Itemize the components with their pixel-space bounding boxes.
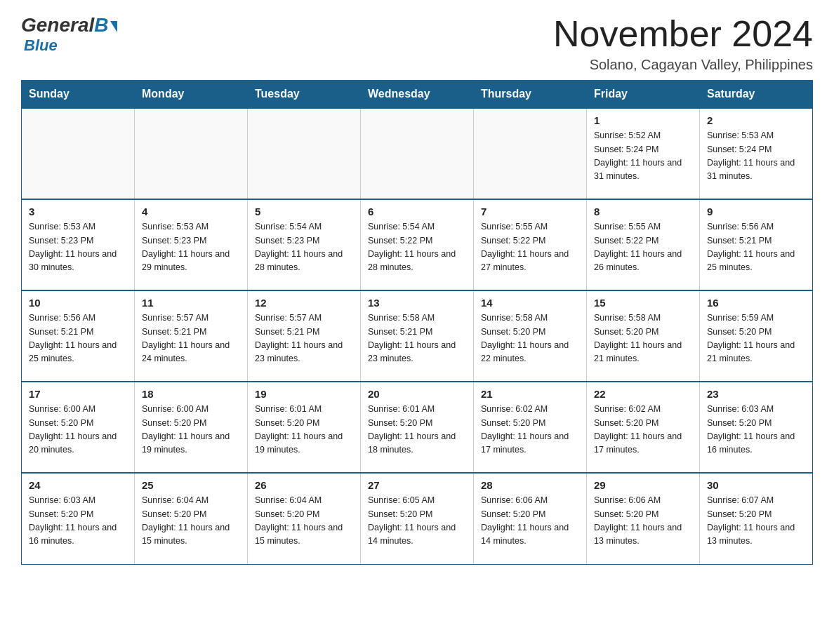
title-block: November 2024 Solano, Cagayan Valley, Ph…	[553, 14, 813, 73]
day-number: 28	[481, 479, 579, 491]
calendar-cell	[248, 108, 361, 199]
col-monday: Monday	[135, 81, 248, 109]
calendar-cell: 19 Sunrise: 6:01 AMSunset: 5:20 PMDaylig…	[248, 382, 361, 473]
day-number: 14	[481, 297, 579, 309]
calendar-cell: 27 Sunrise: 6:05 AMSunset: 5:20 PMDaylig…	[361, 473, 474, 564]
calendar-cell: 2 Sunrise: 5:53 AMSunset: 5:24 PMDayligh…	[700, 108, 813, 199]
day-info: Sunrise: 5:55 AMSunset: 5:22 PMDaylight:…	[594, 222, 682, 272]
calendar-cell: 1 Sunrise: 5:52 AMSunset: 5:24 PMDayligh…	[587, 108, 700, 199]
day-number: 16	[707, 297, 805, 309]
calendar-cell: 16 Sunrise: 5:59 AMSunset: 5:20 PMDaylig…	[700, 290, 813, 382]
page-header: General B Blue November 2024 Solano, Cag…	[21, 14, 813, 73]
location-subtitle: Solano, Cagayan Valley, Philippines	[553, 57, 813, 73]
day-info: Sunrise: 5:57 AMSunset: 5:21 PMDaylight:…	[142, 313, 230, 363]
day-number: 15	[594, 297, 692, 309]
day-info: Sunrise: 5:53 AMSunset: 5:23 PMDaylight:…	[142, 222, 230, 272]
day-info: Sunrise: 6:05 AMSunset: 5:20 PMDaylight:…	[368, 495, 456, 546]
day-info: Sunrise: 6:04 AMSunset: 5:20 PMDaylight:…	[255, 495, 343, 546]
day-info: Sunrise: 6:03 AMSunset: 5:20 PMDaylight:…	[29, 495, 117, 546]
calendar-cell: 18 Sunrise: 6:00 AMSunset: 5:20 PMDaylig…	[135, 382, 248, 473]
day-info: Sunrise: 5:56 AMSunset: 5:21 PMDaylight:…	[29, 313, 117, 363]
day-number: 2	[707, 114, 805, 126]
day-number: 6	[368, 206, 466, 217]
col-thursday: Thursday	[474, 81, 587, 109]
month-title: November 2024	[553, 14, 813, 54]
logo-blue-word: Blue	[24, 36, 58, 54]
day-info: Sunrise: 5:54 AMSunset: 5:23 PMDaylight:…	[255, 222, 343, 272]
col-wednesday: Wednesday	[361, 81, 474, 109]
day-number: 7	[481, 206, 579, 217]
logo-blue-part: B	[94, 14, 117, 36]
day-number: 13	[368, 297, 466, 309]
day-info: Sunrise: 6:06 AMSunset: 5:20 PMDaylight:…	[481, 495, 569, 546]
day-info: Sunrise: 5:58 AMSunset: 5:20 PMDaylight:…	[481, 313, 569, 363]
calendar-week-row: 17 Sunrise: 6:00 AMSunset: 5:20 PMDaylig…	[22, 382, 813, 473]
calendar-header-row: Sunday Monday Tuesday Wednesday Thursday…	[22, 81, 813, 109]
day-number: 24	[29, 479, 127, 491]
day-info: Sunrise: 5:53 AMSunset: 5:23 PMDaylight:…	[29, 222, 117, 272]
day-info: Sunrise: 5:55 AMSunset: 5:22 PMDaylight:…	[481, 222, 569, 272]
day-info: Sunrise: 5:53 AMSunset: 5:24 PMDaylight:…	[707, 130, 795, 181]
calendar-cell: 21 Sunrise: 6:02 AMSunset: 5:20 PMDaylig…	[474, 382, 587, 473]
day-number: 1	[594, 114, 692, 126]
calendar-cell: 8 Sunrise: 5:55 AMSunset: 5:22 PMDayligh…	[587, 199, 700, 290]
calendar-cell	[22, 108, 135, 199]
day-info: Sunrise: 5:52 AMSunset: 5:24 PMDaylight:…	[594, 130, 682, 181]
col-sunday: Sunday	[22, 81, 135, 109]
day-info: Sunrise: 6:07 AMSunset: 5:20 PMDaylight:…	[707, 495, 795, 546]
logo-triangle-icon	[110, 21, 117, 32]
logo: General B Blue	[21, 14, 117, 55]
day-number: 23	[707, 388, 805, 400]
day-number: 21	[481, 388, 579, 400]
day-number: 19	[255, 388, 353, 400]
calendar-cell: 22 Sunrise: 6:02 AMSunset: 5:20 PMDaylig…	[587, 382, 700, 473]
calendar-cell: 24 Sunrise: 6:03 AMSunset: 5:20 PMDaylig…	[22, 473, 135, 564]
day-info: Sunrise: 6:01 AMSunset: 5:20 PMDaylight:…	[368, 404, 456, 455]
calendar-cell: 13 Sunrise: 5:58 AMSunset: 5:21 PMDaylig…	[361, 290, 474, 382]
calendar-cell: 26 Sunrise: 6:04 AMSunset: 5:20 PMDaylig…	[248, 473, 361, 564]
calendar-cell: 14 Sunrise: 5:58 AMSunset: 5:20 PMDaylig…	[474, 290, 587, 382]
calendar-cell: 12 Sunrise: 5:57 AMSunset: 5:21 PMDaylig…	[248, 290, 361, 382]
calendar-cell: 17 Sunrise: 6:00 AMSunset: 5:20 PMDaylig…	[22, 382, 135, 473]
day-info: Sunrise: 5:56 AMSunset: 5:21 PMDaylight:…	[707, 222, 795, 272]
day-number: 27	[368, 479, 466, 491]
calendar-cell: 30 Sunrise: 6:07 AMSunset: 5:20 PMDaylig…	[700, 473, 813, 564]
calendar-cell: 23 Sunrise: 6:03 AMSunset: 5:20 PMDaylig…	[700, 382, 813, 473]
col-tuesday: Tuesday	[248, 81, 361, 109]
col-saturday: Saturday	[700, 81, 813, 109]
day-info: Sunrise: 5:59 AMSunset: 5:20 PMDaylight:…	[707, 313, 795, 363]
day-number: 20	[368, 388, 466, 400]
calendar-cell	[361, 108, 474, 199]
calendar-cell: 6 Sunrise: 5:54 AMSunset: 5:22 PMDayligh…	[361, 199, 474, 290]
day-number: 26	[255, 479, 353, 491]
calendar-cell	[135, 108, 248, 199]
logo-b-text: B	[94, 14, 108, 36]
calendar-week-row: 10 Sunrise: 5:56 AMSunset: 5:21 PMDaylig…	[22, 290, 813, 382]
day-number: 9	[707, 206, 805, 217]
day-info: Sunrise: 6:00 AMSunset: 5:20 PMDaylight:…	[142, 404, 230, 455]
calendar-cell: 29 Sunrise: 6:06 AMSunset: 5:20 PMDaylig…	[587, 473, 700, 564]
calendar-cell: 4 Sunrise: 5:53 AMSunset: 5:23 PMDayligh…	[135, 199, 248, 290]
calendar-cell: 10 Sunrise: 5:56 AMSunset: 5:21 PMDaylig…	[22, 290, 135, 382]
calendar-cell: 9 Sunrise: 5:56 AMSunset: 5:21 PMDayligh…	[700, 199, 813, 290]
calendar-cell: 15 Sunrise: 5:58 AMSunset: 5:20 PMDaylig…	[587, 290, 700, 382]
day-number: 3	[29, 206, 127, 217]
day-info: Sunrise: 6:00 AMSunset: 5:20 PMDaylight:…	[29, 404, 117, 455]
calendar-cell: 7 Sunrise: 5:55 AMSunset: 5:22 PMDayligh…	[474, 199, 587, 290]
logo-general-text: General	[21, 14, 94, 36]
calendar-cell: 11 Sunrise: 5:57 AMSunset: 5:21 PMDaylig…	[135, 290, 248, 382]
day-number: 22	[594, 388, 692, 400]
day-number: 17	[29, 388, 127, 400]
day-number: 5	[255, 206, 353, 217]
calendar-week-row: 3 Sunrise: 5:53 AMSunset: 5:23 PMDayligh…	[22, 199, 813, 290]
day-number: 25	[142, 479, 240, 491]
calendar-week-row: 24 Sunrise: 6:03 AMSunset: 5:20 PMDaylig…	[22, 473, 813, 564]
calendar-cell: 25 Sunrise: 6:04 AMSunset: 5:20 PMDaylig…	[135, 473, 248, 564]
day-info: Sunrise: 5:58 AMSunset: 5:21 PMDaylight:…	[368, 313, 456, 363]
day-info: Sunrise: 5:58 AMSunset: 5:20 PMDaylight:…	[594, 313, 682, 363]
col-friday: Friday	[587, 81, 700, 109]
calendar-week-row: 1 Sunrise: 5:52 AMSunset: 5:24 PMDayligh…	[22, 108, 813, 199]
day-number: 10	[29, 297, 127, 309]
day-info: Sunrise: 5:54 AMSunset: 5:22 PMDaylight:…	[368, 222, 456, 272]
day-number: 8	[594, 206, 692, 217]
